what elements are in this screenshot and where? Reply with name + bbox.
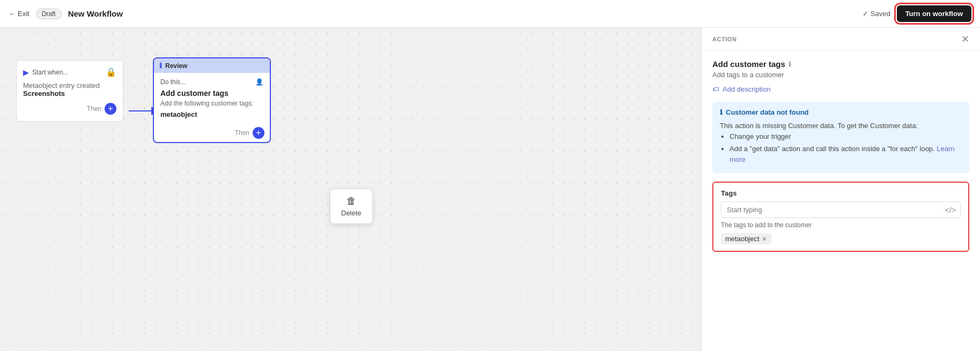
header-right: ✓ Saved Turn on workflow [863,5,971,22]
start-node[interactable]: ▶ Start when... 🔒 Metaobject entry creat… [16,60,123,122]
tag-chip-label: metaobject [725,235,760,243]
tag-chips-container: metaobject ✕ [721,233,961,244]
play-icon: ▶ [23,68,29,77]
warning-title: Customer data not found [726,108,809,116]
trigger-name: Metaobject entry created [23,81,100,89]
review-node-header: ℹ Review [154,58,270,73]
warning-box: ℹ Customer data not found This action is… [712,102,969,173]
add-step-button[interactable]: + [105,103,116,115]
page-title: New Workflow [68,9,123,18]
exit-label: Exit [18,10,30,18]
tags-hint: The tags to add to the customer [721,221,961,229]
action-header: Add customer tags ℹ [712,59,969,69]
warning-body: This action is missing Customer data. To… [720,121,962,165]
right-panel: ACTION ✕ Add customer tags ℹ Add tags to… [701,28,980,351]
do-this-row: Do this... 👤 [160,78,263,86]
review-node-wrapper: ℹ Review Do this... 👤 Add customer tags … [153,57,271,143]
exit-button[interactable]: ← Exit [9,10,30,18]
trash-icon: 🗑 [347,196,356,207]
tags-label: Tags [721,189,961,197]
add-after-review-button[interactable]: + [253,127,264,139]
check-icon: ✓ [863,10,868,18]
close-panel-button[interactable]: ✕ [961,33,969,45]
delete-label[interactable]: Delete [341,209,362,217]
review-node-body: Do this... 👤 Add customer tags Add the f… [154,73,270,124]
info-icon: ℹ [159,62,162,70]
add-desc-label: Add description [723,85,771,93]
code-icon[interactable]: </> [941,203,960,218]
panel-header: ACTION ✕ [702,28,980,51]
saved-label: Saved [871,10,890,18]
review-action-title: Add customer tags [160,89,263,98]
action-info-icon: ℹ [789,60,791,68]
tags-input[interactable] [721,202,941,218]
start-node-header: ▶ Start when... 🔒 [23,67,116,77]
person-icon: 👤 [255,78,263,86]
action-subtitle: Add tags to a customer [712,71,969,79]
start-then-row: Then + [23,103,116,115]
review-action-desc: Add the following customer tags: [160,100,263,107]
tag-chip: metaobject ✕ [721,233,771,244]
start-node-body: Metaobject entry created Screenshots [23,81,116,98]
delete-popup: 🗑 Delete [330,189,373,224]
then-label: Then [87,105,101,113]
workflow-canvas: ▶ Start when... 🔒 Metaobject entry creat… [0,28,808,351]
action-main-title: Add customer tags [712,59,785,69]
warning-icon: ℹ [720,108,723,116]
panel-body: Add customer tags ℹ Add tags to a custom… [702,51,980,260]
panel-section-label: ACTION [712,36,736,42]
saved-status: ✓ Saved [863,10,890,18]
add-description-button[interactable]: 🏷 Add description [712,85,771,93]
review-node[interactable]: ℹ Review Do this... 👤 Add customer tags … [153,57,271,143]
header-left: ← Exit Draft New Workflow [9,9,123,19]
warning-list: Change your trigger Add a "get data" act… [720,131,962,165]
review-node-footer: Then + [154,124,270,142]
warning-item-1: Change your trigger [730,131,962,142]
review-action-tag: metaobject [160,110,263,118]
tag-remove-button[interactable]: ✕ [762,235,767,243]
tags-section: Tags </> The tags to add to the customer… [712,182,969,252]
draft-badge: Draft [36,9,62,19]
warning-body-text: This action is missing Customer data. To… [720,122,918,130]
tags-input-row: </> [721,201,961,218]
tag-icon: 🏷 [712,85,719,93]
header: ← Exit Draft New Workflow ✓ Saved Turn o… [0,0,980,28]
lock-icon: 🔒 [106,67,116,77]
do-this-label: Do this... [160,78,186,86]
warning-item-2: Add a "get data" action and call this ac… [730,144,962,165]
review-label: Review [165,62,187,70]
then-label-review: Then [235,129,249,137]
start-node-title: Start when... [32,69,68,76]
warning-header: ℹ Customer data not found [720,108,962,116]
exit-icon: ← [9,10,16,18]
trigger-value: Screenshots [23,89,116,98]
learn-more-link[interactable]: Learn more [730,145,955,163]
turn-on-button[interactable]: Turn on workflow [897,5,971,22]
